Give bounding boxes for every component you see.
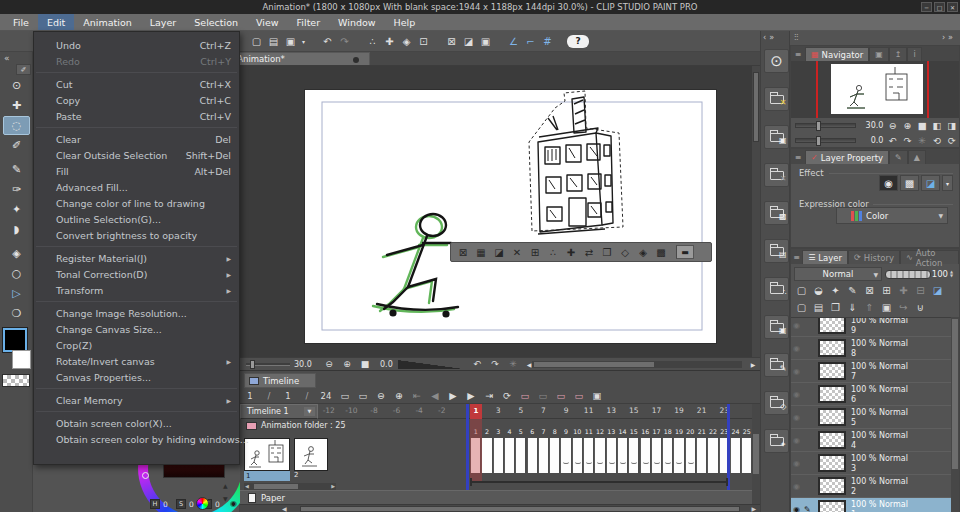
cel-frame-9[interactable]: [560, 438, 570, 473]
menu-selection[interactable]: Selection: [185, 14, 247, 30]
cel-frame-2[interactable]: [481, 438, 491, 473]
spec-panel2-icon[interactable]: ▭: [354, 388, 372, 404]
menu-item-change-canvas-size[interactable]: Change Canvas Size...: [34, 321, 239, 337]
spec-panel-icon[interactable]: ▭: [336, 388, 354, 404]
hue-indicator[interactable]: [142, 472, 149, 479]
menu-item-outline-selection-g[interactable]: Outline Selection(G)...: [34, 211, 239, 227]
scrollbar-thumb[interactable]: [254, 484, 298, 489]
blend-mode-dropdown[interactable]: Normal▼: [794, 267, 882, 281]
zoom-out-icon[interactable]: ⊖: [322, 358, 336, 370]
cel-frame-16[interactable]: [640, 438, 650, 473]
nav-r2-slider[interactable]: [795, 138, 856, 143]
menu-help[interactable]: Help: [385, 14, 425, 30]
scrollbar-thumb[interactable]: [753, 72, 759, 142]
layer-row-3[interactable]: ◉100 % Normal3: [791, 452, 953, 475]
tab-layer[interactable]: ☰Layer: [802, 250, 848, 264]
scatter-selection-icon[interactable]: ∴: [364, 33, 381, 49]
menu-item-tonal-correction-d[interactable]: Tonal Correction(D)▶: [34, 266, 239, 282]
cel-frame-20[interactable]: [685, 438, 695, 473]
zoom-in-icon[interactable]: ⊕: [900, 118, 915, 134]
menu-animation[interactable]: Animation: [74, 14, 140, 30]
scrollbar-thumb[interactable]: [952, 319, 958, 469]
mask-icon[interactable]: ↪: [895, 300, 912, 315]
invert-selection-icon[interactable]: ◪: [490, 244, 508, 260]
rotate-right-icon[interactable]: ↷: [900, 133, 915, 149]
navigator-preview[interactable]: [791, 61, 959, 118]
timeline-ruler[interactable]: -12-10-8-6-4-2135791113151719212327: [318, 404, 752, 419]
dock-edit-folder-button[interactable]: ✎: [764, 353, 789, 377]
menu-item-crop-z[interactable]: Crop(Z): [34, 337, 239, 353]
first-frame-icon[interactable]: ⇤: [408, 388, 426, 404]
opacity-spinner[interactable]: ▲▼: [950, 270, 953, 278]
dropdown-arrow-icon[interactable]: ▼: [938, 212, 943, 219]
selection-border-icon[interactable]: ▣: [477, 33, 494, 49]
rotate-left-icon[interactable]: ↶: [885, 133, 900, 149]
visibility-eye-icon[interactable]: ◉: [793, 413, 800, 422]
visibility-eye-icon[interactable]: ◉: [793, 390, 800, 399]
cel-settings-icon[interactable]: ▭: [570, 388, 588, 404]
layer-row-6[interactable]: ◉100 % Normal6: [791, 383, 953, 406]
rotate-left-icon[interactable]: ↶: [470, 358, 484, 370]
scroll-right-icon[interactable]: ▶: [331, 483, 335, 489]
timeline-tab[interactable]: Timeline: [244, 373, 316, 388]
quick-magnifier-button[interactable]: ⊙: [764, 49, 789, 73]
nav-r1-slider[interactable]: [795, 123, 856, 128]
visibility-eye-icon[interactable]: ◉: [793, 367, 800, 376]
close-document-icon[interactable]: [353, 57, 359, 63]
cel-frame-11[interactable]: [583, 438, 593, 473]
save-options-dropdown-icon[interactable]: ▾: [299, 33, 308, 49]
prev-frame-icon[interactable]: ◀: [426, 388, 444, 404]
merge-down-icon[interactable]: ⇓: [844, 300, 861, 315]
timeline-vertical-scrollbar[interactable]: [752, 404, 760, 504]
ruler-stub-tab[interactable]: ▲: [908, 150, 926, 164]
cel-display-icon[interactable]: ▭: [534, 388, 552, 404]
cel-frame-3[interactable]: [493, 438, 503, 473]
opacity-slider[interactable]: [885, 270, 931, 279]
transparent-color-swatch[interactable]: [2, 374, 30, 387]
snap-ruler-icon[interactable]: ∠: [505, 33, 522, 49]
visibility-eye-icon[interactable]: ◉: [793, 459, 800, 468]
cel-frame-14[interactable]: [617, 438, 627, 473]
layer-list-scrollbar[interactable]: [951, 317, 959, 512]
flip-vertical-icon[interactable]: ◨: [944, 118, 959, 134]
tone-effect-icon[interactable]: ▩: [900, 175, 919, 191]
snap-special-ruler-icon[interactable]: ⌐: [522, 33, 539, 49]
last-frame-icon[interactable]: ⇥: [480, 388, 498, 404]
dock-scatter-folder-button[interactable]: ∴: [764, 277, 789, 301]
scatter-icon[interactable]: ∴: [544, 244, 562, 260]
decoration-tool[interactable]: ✦: [3, 200, 30, 219]
slider-handle[interactable]: [816, 121, 821, 131]
delete-layer-icon[interactable]: ⊍: [912, 300, 929, 315]
zoom-out-icon[interactable]: ⊖: [885, 118, 900, 134]
tone-selection-icon[interactable]: ▩: [652, 244, 670, 260]
dock-collapse-icons[interactable]: ‹»: [763, 33, 777, 42]
layer-row-8[interactable]: ◉100 % Normal8: [791, 337, 953, 360]
template-icon[interactable]: ◒: [810, 283, 827, 298]
dock-layers-folder-button[interactable]: ▤: [764, 239, 789, 263]
scrollbar-thumb[interactable]: [534, 362, 654, 367]
tab-history[interactable]: ⟳History: [848, 250, 900, 264]
menu-item-redo[interactable]: RedoCtrl+Y: [34, 53, 239, 69]
copy-paste-icon[interactable]: ❐: [598, 244, 616, 260]
tl-zoom-out-icon[interactable]: ⊖: [372, 388, 390, 404]
onion-skin-icon[interactable]: ▭: [516, 388, 534, 404]
layer-thumbnail[interactable]: [818, 500, 846, 512]
close-button[interactable]: ✕: [947, 2, 958, 12]
maximize-button[interactable]: □: [934, 2, 945, 12]
menu-item-obtain-screen-color-x[interactable]: Obtain screen color(X)...: [34, 415, 239, 431]
layer-row-5[interactable]: ◉100 % Normal5: [791, 406, 953, 429]
layer-thumbnail[interactable]: [818, 408, 846, 426]
reset-view-icon[interactable]: ⟲: [930, 133, 945, 149]
effect-dropdown-icon[interactable]: ▾: [942, 175, 953, 191]
layer-color-effect-icon[interactable]: ◪: [921, 175, 940, 191]
menu-item-cut[interactable]: CutCtrl+X: [34, 76, 239, 92]
menu-item-transform[interactable]: Transform▶: [34, 282, 239, 298]
playhead[interactable]: 1: [470, 404, 482, 419]
chevron-down-icon[interactable]: ▼: [223, 495, 228, 502]
canvas-vertical-scrollbar[interactable]: [752, 66, 760, 357]
scroll-right-icon[interactable]: ▶: [746, 358, 760, 370]
layer-thumbnail[interactable]: [818, 362, 846, 380]
dropdown-arrow-icon[interactable]: ▼: [304, 407, 315, 416]
menu-file[interactable]: File: [4, 14, 38, 30]
cel-frame-21[interactable]: [696, 438, 706, 473]
